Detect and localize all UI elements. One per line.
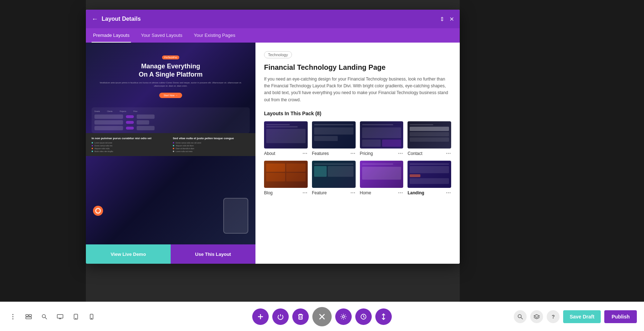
modal-body: FinTechPro Manage EverythingOn A Single …: [86, 43, 460, 264]
thumb-block: [314, 136, 338, 141]
layout-options-button[interactable]: ⋯: [446, 151, 451, 156]
thumb-line: [314, 124, 353, 125]
more-options-button[interactable]: [7, 311, 19, 322]
layout-card-footer: Features ⋯: [312, 151, 356, 156]
modal-header: ← Layout Details ⇕ ✕: [86, 10, 460, 28]
layers-icon[interactable]: [530, 310, 543, 323]
toolbar-left: [7, 311, 97, 322]
save-draft-button[interactable]: Save Draft: [563, 310, 601, 323]
dot-row: Donec varius nulla nec dol amet: [173, 142, 250, 144]
preview-logo-inner: [95, 208, 101, 214]
tab-saved-layouts[interactable]: Your Saved Layouts: [140, 28, 184, 43]
detail-title: Financial Technology Landing Page: [264, 63, 451, 72]
add-element-button[interactable]: [252, 308, 269, 325]
layout-card-landing[interactable]: Landing ⋯: [408, 161, 451, 196]
wireframe-button[interactable]: [23, 311, 34, 322]
bottom-toolbar: ? Save Draft Publish: [0, 302, 644, 331]
thumb-block: [410, 178, 449, 184]
preview-bottom-right-title: Sed vitae nulla et justo pellen tesque c…: [173, 137, 250, 140]
layout-thumb-blog: [264, 161, 308, 188]
dot-row: Donec varius nulla nec: [92, 145, 169, 147]
use-this-layout-button[interactable]: Use This Layout: [171, 244, 255, 264]
col-price: Price: [133, 110, 137, 112]
layout-options-button[interactable]: ⋯: [398, 151, 403, 156]
preview-hero-badge: FinTechPro: [162, 55, 179, 59]
layout-card-footer: Landing ⋯: [408, 190, 451, 196]
thumb-deco: [360, 161, 404, 188]
help-text: ?: [552, 314, 555, 320]
layout-card-feature2[interactable]: Feature ⋯: [312, 161, 356, 196]
thumb-deco: [312, 121, 356, 149]
dot-text: Morbi vides nlen tingilla: [94, 150, 113, 152]
view-live-demo-button[interactable]: View Live Demo: [86, 244, 171, 264]
row-amount: [137, 126, 155, 130]
tab-premade-layouts[interactable]: Premade Layouts: [92, 28, 131, 43]
layout-card-name: Pricing: [360, 151, 373, 156]
modal-title: Layout Details: [102, 16, 440, 22]
svg-rect-3: [26, 315, 28, 316]
thumb-deco: [408, 161, 451, 188]
preview-dashboard: Details Clients Projects Price: [92, 107, 250, 133]
layout-card-footer: About ⋯: [264, 151, 308, 156]
dot-text: Donec varius nulla nec dol amet: [176, 142, 201, 144]
search-icon-right[interactable]: [514, 310, 527, 323]
layout-card-home[interactable]: Home ⋯: [360, 161, 404, 196]
settings-button[interactable]: [335, 308, 352, 325]
preview-hero-sub: Vestibulum ante ipsum primis in faucibus…: [94, 81, 247, 88]
layout-options-button[interactable]: ⋯: [398, 190, 403, 196]
preview-image: FinTechPro Manage EverythingOn A Single …: [86, 43, 255, 244]
dot: [173, 145, 174, 146]
tablet-view-button[interactable]: [70, 311, 82, 322]
layout-options-button[interactable]: ⋯: [302, 151, 308, 156]
thumb-block: [286, 164, 305, 172]
phone-view-button[interactable]: [86, 311, 97, 322]
help-icon[interactable]: ?: [547, 310, 560, 323]
thumb-block: [266, 164, 285, 172]
layout-card-name: Features: [312, 151, 329, 156]
layout-options-button[interactable]: ⋯: [350, 190, 356, 196]
search-button[interactable]: [39, 311, 50, 322]
svg-rect-5: [26, 317, 31, 319]
preview-bottom-right: Sed vitae nulla et justo pellen tesque c…: [173, 137, 250, 152]
layout-card-pricing[interactable]: Pricing ⋯: [360, 121, 404, 156]
thumb-block: [314, 127, 353, 135]
layout-options-button[interactable]: ⋯: [350, 151, 356, 156]
responsive-button[interactable]: [375, 308, 392, 325]
layout-card-contact[interactable]: Contact ⋯: [408, 121, 451, 156]
publish-button[interactable]: Publish: [604, 310, 637, 323]
layout-card-footer: Home ⋯: [360, 190, 404, 196]
history-button[interactable]: [355, 308, 372, 325]
power-button[interactable]: [272, 308, 289, 325]
layout-card-name: About: [264, 151, 275, 156]
layout-card-about[interactable]: About ⋯: [264, 121, 308, 156]
layout-card-name: Contact: [408, 151, 422, 156]
svg-point-12: [75, 318, 76, 319]
layout-card-features[interactable]: Features ⋯: [312, 121, 356, 156]
layout-options-button[interactable]: ⋯: [446, 190, 451, 196]
tab-existing-pages[interactable]: Your Existing Pages: [192, 28, 237, 43]
dot: [92, 148, 93, 149]
close-builder-button[interactable]: [312, 307, 332, 326]
back-button[interactable]: ←: [92, 15, 98, 23]
dot-text: Aliquam nulla dol diam: [176, 145, 194, 147]
sort-icon[interactable]: ⇕: [440, 16, 444, 23]
layouts-grid: About ⋯ Features ⋯: [264, 121, 451, 196]
preview-bottom-left: In non pulvinar purus curabitur nisi odi…: [92, 137, 169, 152]
desktop-view-button[interactable]: [54, 311, 66, 322]
trash-button[interactable]: [292, 308, 309, 325]
close-icon[interactable]: ✕: [449, 16, 454, 23]
preview-hero: FinTechPro Manage EverythingOn A Single …: [86, 43, 255, 104]
svg-rect-8: [57, 315, 63, 318]
modal-header-icons: ⇕ ✕: [440, 16, 454, 23]
thumb-block: [382, 140, 401, 147]
preview-bottom-left-title: In non pulvinar purus curabitur nisi odi…: [92, 137, 169, 140]
dot-row: Aliquam nulla nulla: [92, 147, 169, 150]
svg-rect-4: [29, 315, 31, 316]
thumb-deco: [408, 121, 451, 149]
layout-options-button[interactable]: ⋯: [302, 190, 308, 196]
dot-row: Diam sit blandit et diam: [173, 147, 250, 150]
thumb-block: [328, 166, 353, 177]
preview-hero-title: Manage EverythingOn A Single Platform: [94, 62, 247, 79]
layout-card-footer: Contact ⋯: [408, 151, 451, 156]
layout-card-blog[interactable]: Blog ⋯: [264, 161, 308, 196]
